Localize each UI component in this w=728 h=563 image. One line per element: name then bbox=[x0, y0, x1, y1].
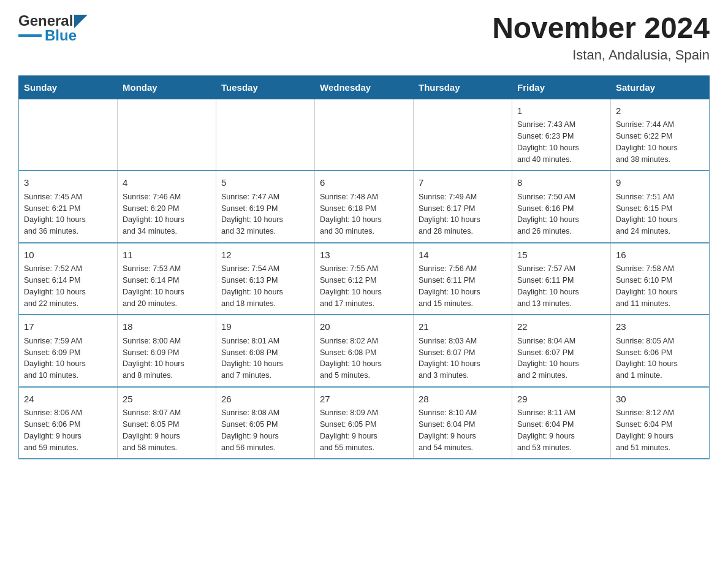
logo-stripe bbox=[18, 34, 42, 37]
calendar-cell bbox=[315, 99, 414, 170]
calendar-week-row: 1Sunrise: 7:43 AM Sunset: 6:23 PM Daylig… bbox=[19, 99, 710, 170]
day-content: Sunrise: 7:43 AM Sunset: 6:23 PM Dayligh… bbox=[517, 119, 605, 165]
day-content: Sunrise: 8:02 AM Sunset: 6:08 PM Dayligh… bbox=[320, 335, 408, 381]
calendar-cell bbox=[414, 99, 512, 170]
day-number: 10 bbox=[24, 248, 112, 262]
calendar-week-row: 24Sunrise: 8:06 AM Sunset: 6:06 PM Dayli… bbox=[19, 387, 710, 459]
day-content: Sunrise: 7:47 AM Sunset: 6:19 PM Dayligh… bbox=[221, 191, 309, 237]
calendar-cell: 18Sunrise: 8:00 AM Sunset: 6:09 PM Dayli… bbox=[118, 315, 216, 387]
day-content: Sunrise: 8:01 AM Sunset: 6:08 PM Dayligh… bbox=[221, 335, 309, 381]
day-number: 2 bbox=[616, 104, 704, 118]
day-content: Sunrise: 7:51 AM Sunset: 6:15 PM Dayligh… bbox=[616, 191, 704, 237]
day-content: Sunrise: 8:00 AM Sunset: 6:09 PM Dayligh… bbox=[123, 335, 211, 381]
calendar-table: SundayMondayTuesdayWednesdayThursdayFrid… bbox=[18, 75, 710, 460]
day-header-tuesday: Tuesday bbox=[216, 75, 315, 99]
calendar-cell: 16Sunrise: 7:58 AM Sunset: 6:10 PM Dayli… bbox=[611, 243, 710, 315]
calendar-cell: 26Sunrise: 8:08 AM Sunset: 6:05 PM Dayli… bbox=[216, 387, 315, 459]
day-number: 15 bbox=[517, 248, 605, 262]
calendar-cell: 28Sunrise: 8:10 AM Sunset: 6:04 PM Dayli… bbox=[414, 387, 512, 459]
calendar-cell: 21Sunrise: 8:03 AM Sunset: 6:07 PM Dayli… bbox=[414, 315, 512, 387]
day-number: 28 bbox=[419, 393, 507, 407]
day-number: 4 bbox=[123, 176, 211, 190]
calendar-cell: 2Sunrise: 7:44 AM Sunset: 6:22 PM Daylig… bbox=[611, 99, 710, 170]
calendar-cell: 20Sunrise: 8:02 AM Sunset: 6:08 PM Dayli… bbox=[315, 315, 414, 387]
day-content: Sunrise: 8:05 AM Sunset: 6:06 PM Dayligh… bbox=[616, 335, 704, 381]
calendar-cell: 12Sunrise: 7:54 AM Sunset: 6:13 PM Dayli… bbox=[216, 243, 315, 315]
logo-arrow-icon bbox=[74, 15, 88, 28]
day-header-monday: Monday bbox=[118, 75, 216, 99]
calendar-cell bbox=[216, 99, 315, 170]
day-content: Sunrise: 7:45 AM Sunset: 6:21 PM Dayligh… bbox=[24, 191, 112, 237]
calendar-cell: 23Sunrise: 8:05 AM Sunset: 6:06 PM Dayli… bbox=[611, 315, 710, 387]
day-content: Sunrise: 7:49 AM Sunset: 6:17 PM Dayligh… bbox=[419, 191, 507, 237]
calendar-cell: 4Sunrise: 7:46 AM Sunset: 6:20 PM Daylig… bbox=[118, 170, 216, 243]
day-content: Sunrise: 7:50 AM Sunset: 6:16 PM Dayligh… bbox=[517, 191, 605, 237]
calendar-cell bbox=[19, 99, 118, 170]
calendar-week-row: 3Sunrise: 7:45 AM Sunset: 6:21 PM Daylig… bbox=[19, 170, 710, 243]
day-content: Sunrise: 7:46 AM Sunset: 6:20 PM Dayligh… bbox=[123, 191, 211, 237]
calendar-subtitle: Istan, Andalusia, Spain bbox=[492, 47, 710, 63]
day-content: Sunrise: 7:58 AM Sunset: 6:10 PM Dayligh… bbox=[616, 263, 704, 309]
day-number: 16 bbox=[616, 248, 704, 262]
day-content: Sunrise: 7:54 AM Sunset: 6:13 PM Dayligh… bbox=[221, 263, 309, 309]
day-content: Sunrise: 8:12 AM Sunset: 6:04 PM Dayligh… bbox=[616, 407, 704, 453]
day-number: 24 bbox=[24, 393, 112, 407]
day-content: Sunrise: 7:57 AM Sunset: 6:11 PM Dayligh… bbox=[517, 263, 605, 309]
day-number: 8 bbox=[517, 176, 605, 190]
day-content: Sunrise: 8:07 AM Sunset: 6:05 PM Dayligh… bbox=[123, 407, 211, 453]
day-number: 7 bbox=[419, 176, 507, 190]
day-content: Sunrise: 7:44 AM Sunset: 6:22 PM Dayligh… bbox=[616, 119, 704, 165]
day-number: 23 bbox=[616, 320, 704, 334]
day-number: 20 bbox=[320, 320, 408, 334]
day-number: 22 bbox=[517, 320, 605, 334]
day-number: 25 bbox=[123, 393, 211, 407]
day-number: 17 bbox=[24, 320, 112, 334]
day-number: 6 bbox=[320, 176, 408, 190]
day-number: 9 bbox=[616, 176, 704, 190]
day-content: Sunrise: 7:55 AM Sunset: 6:12 PM Dayligh… bbox=[320, 263, 408, 309]
logo: General Blue bbox=[18, 12, 88, 44]
day-number: 13 bbox=[320, 248, 408, 262]
calendar-week-row: 17Sunrise: 7:59 AM Sunset: 6:09 PM Dayli… bbox=[19, 315, 710, 387]
day-number: 30 bbox=[616, 393, 704, 407]
logo-blue-text: Blue bbox=[45, 27, 77, 44]
day-header-wednesday: Wednesday bbox=[315, 75, 414, 99]
calendar-cell: 14Sunrise: 7:56 AM Sunset: 6:11 PM Dayli… bbox=[414, 243, 512, 315]
calendar-cell: 6Sunrise: 7:48 AM Sunset: 6:18 PM Daylig… bbox=[315, 170, 414, 243]
calendar-cell: 9Sunrise: 7:51 AM Sunset: 6:15 PM Daylig… bbox=[611, 170, 710, 243]
calendar-cell: 27Sunrise: 8:09 AM Sunset: 6:05 PM Dayli… bbox=[315, 387, 414, 459]
day-header-thursday: Thursday bbox=[414, 75, 512, 99]
day-number: 11 bbox=[123, 248, 211, 262]
calendar-cell: 1Sunrise: 7:43 AM Sunset: 6:23 PM Daylig… bbox=[512, 99, 611, 170]
day-number: 14 bbox=[419, 248, 507, 262]
day-content: Sunrise: 7:53 AM Sunset: 6:14 PM Dayligh… bbox=[123, 263, 211, 309]
day-content: Sunrise: 8:03 AM Sunset: 6:07 PM Dayligh… bbox=[419, 335, 507, 381]
day-content: Sunrise: 8:04 AM Sunset: 6:07 PM Dayligh… bbox=[517, 335, 605, 381]
calendar-week-row: 10Sunrise: 7:52 AM Sunset: 6:14 PM Dayli… bbox=[19, 243, 710, 315]
day-content: Sunrise: 7:52 AM Sunset: 6:14 PM Dayligh… bbox=[24, 263, 112, 309]
calendar-cell: 13Sunrise: 7:55 AM Sunset: 6:12 PM Dayli… bbox=[315, 243, 414, 315]
svg-marker-0 bbox=[74, 15, 88, 28]
day-content: Sunrise: 8:08 AM Sunset: 6:05 PM Dayligh… bbox=[221, 407, 309, 453]
day-number: 29 bbox=[517, 393, 605, 407]
day-number: 3 bbox=[24, 176, 112, 190]
day-header-friday: Friday bbox=[512, 75, 611, 99]
day-number: 27 bbox=[320, 393, 408, 407]
calendar-cell: 30Sunrise: 8:12 AM Sunset: 6:04 PM Dayli… bbox=[611, 387, 710, 459]
calendar-cell: 29Sunrise: 8:11 AM Sunset: 6:04 PM Dayli… bbox=[512, 387, 611, 459]
day-content: Sunrise: 7:56 AM Sunset: 6:11 PM Dayligh… bbox=[419, 263, 507, 309]
calendar-cell: 24Sunrise: 8:06 AM Sunset: 6:06 PM Dayli… bbox=[19, 387, 118, 459]
calendar-header-row: SundayMondayTuesdayWednesdayThursdayFrid… bbox=[19, 75, 710, 99]
calendar-cell: 22Sunrise: 8:04 AM Sunset: 6:07 PM Dayli… bbox=[512, 315, 611, 387]
day-content: Sunrise: 8:10 AM Sunset: 6:04 PM Dayligh… bbox=[419, 407, 507, 453]
calendar-cell: 8Sunrise: 7:50 AM Sunset: 6:16 PM Daylig… bbox=[512, 170, 611, 243]
day-content: Sunrise: 8:06 AM Sunset: 6:06 PM Dayligh… bbox=[24, 407, 112, 453]
calendar-title: November 2024 bbox=[492, 12, 710, 45]
calendar-cell: 17Sunrise: 7:59 AM Sunset: 6:09 PM Dayli… bbox=[19, 315, 118, 387]
day-number: 12 bbox=[221, 248, 309, 262]
calendar-cell: 7Sunrise: 7:49 AM Sunset: 6:17 PM Daylig… bbox=[414, 170, 512, 243]
calendar-cell: 3Sunrise: 7:45 AM Sunset: 6:21 PM Daylig… bbox=[19, 170, 118, 243]
calendar-cell: 11Sunrise: 7:53 AM Sunset: 6:14 PM Dayli… bbox=[118, 243, 216, 315]
day-content: Sunrise: 7:48 AM Sunset: 6:18 PM Dayligh… bbox=[320, 191, 408, 237]
day-number: 18 bbox=[123, 320, 211, 334]
